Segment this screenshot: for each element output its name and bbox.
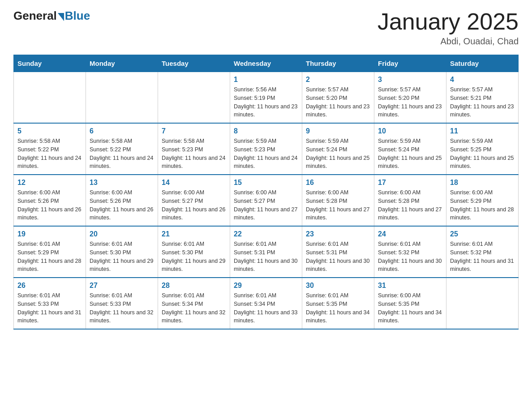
header-cell-saturday: Saturday — [446, 55, 519, 72]
day-number: 30 — [306, 282, 370, 290]
day-info: Sunrise: 6:00 AM Sunset: 5:35 PM Dayligh… — [378, 291, 442, 325]
day-cell: 27Sunrise: 6:01 AM Sunset: 5:33 PM Dayli… — [86, 278, 158, 329]
day-number: 1 — [234, 76, 298, 84]
day-info: Sunrise: 6:01 AM Sunset: 5:32 PM Dayligh… — [378, 240, 442, 274]
day-cell: 16Sunrise: 6:00 AM Sunset: 5:28 PM Dayli… — [302, 175, 374, 226]
day-number: 3 — [378, 76, 442, 84]
day-info: Sunrise: 5:57 AM Sunset: 5:20 PM Dayligh… — [378, 86, 442, 119]
week-row-1: 1Sunrise: 5:56 AM Sunset: 5:19 PM Daylig… — [14, 72, 519, 124]
day-number: 20 — [90, 230, 154, 238]
day-info: Sunrise: 5:59 AM Sunset: 5:24 PM Dayligh… — [306, 137, 370, 171]
day-cell: 29Sunrise: 6:01 AM Sunset: 5:34 PM Dayli… — [230, 278, 302, 329]
calendar-title: January 2025 — [378, 9, 519, 34]
page-header: General Blue January 2025 Abdi, Ouadai, … — [13, 9, 519, 47]
day-cell: 14Sunrise: 6:00 AM Sunset: 5:27 PM Dayli… — [158, 175, 230, 226]
week-row-4: 19Sunrise: 6:01 AM Sunset: 5:29 PM Dayli… — [14, 226, 519, 278]
day-cell: 6Sunrise: 5:58 AM Sunset: 5:22 PM Daylig… — [86, 123, 158, 175]
day-number: 9 — [306, 127, 370, 135]
day-number: 14 — [162, 179, 226, 187]
header-cell-tuesday: Tuesday — [158, 55, 230, 72]
day-info: Sunrise: 6:01 AM Sunset: 5:30 PM Dayligh… — [90, 240, 154, 274]
day-cell — [446, 278, 519, 329]
day-number: 2 — [306, 76, 370, 84]
header-cell-wednesday: Wednesday — [230, 55, 302, 72]
header-cell-sunday: Sunday — [14, 55, 86, 72]
day-number: 18 — [450, 179, 515, 187]
header-cell-friday: Friday — [374, 55, 446, 72]
day-number: 12 — [17, 179, 82, 187]
day-number: 17 — [378, 179, 442, 187]
day-info: Sunrise: 6:00 AM Sunset: 5:26 PM Dayligh… — [90, 188, 154, 222]
day-info: Sunrise: 5:59 AM Sunset: 5:25 PM Dayligh… — [450, 137, 515, 171]
day-info: Sunrise: 6:01 AM Sunset: 5:30 PM Dayligh… — [162, 240, 226, 274]
day-info: Sunrise: 6:01 AM Sunset: 5:35 PM Dayligh… — [306, 291, 370, 325]
day-number: 26 — [17, 282, 82, 290]
day-cell: 19Sunrise: 6:01 AM Sunset: 5:29 PM Dayli… — [14, 226, 86, 278]
day-cell: 30Sunrise: 6:01 AM Sunset: 5:35 PM Dayli… — [302, 278, 374, 329]
logo: General Blue — [13, 9, 90, 23]
day-number: 6 — [90, 127, 154, 135]
day-cell: 8Sunrise: 5:59 AM Sunset: 5:23 PM Daylig… — [230, 123, 302, 175]
week-row-3: 12Sunrise: 6:00 AM Sunset: 5:26 PM Dayli… — [14, 175, 519, 226]
day-info: Sunrise: 5:56 AM Sunset: 5:19 PM Dayligh… — [234, 86, 298, 119]
day-cell: 2Sunrise: 5:57 AM Sunset: 5:20 PM Daylig… — [302, 72, 374, 124]
day-info: Sunrise: 5:59 AM Sunset: 5:23 PM Dayligh… — [234, 137, 298, 171]
week-row-5: 26Sunrise: 6:01 AM Sunset: 5:33 PM Dayli… — [14, 278, 519, 329]
day-cell — [14, 72, 86, 124]
header-row: SundayMondayTuesdayWednesdayThursdayFrid… — [14, 55, 519, 72]
day-cell: 26Sunrise: 6:01 AM Sunset: 5:33 PM Dayli… — [14, 278, 86, 329]
day-number: 16 — [306, 179, 370, 187]
logo-general-text: General — [13, 9, 57, 23]
day-cell: 22Sunrise: 6:01 AM Sunset: 5:31 PM Dayli… — [230, 226, 302, 278]
day-cell: 12Sunrise: 6:00 AM Sunset: 5:26 PM Dayli… — [14, 175, 86, 226]
day-number: 22 — [234, 230, 298, 238]
day-number: 15 — [234, 179, 298, 187]
day-info: Sunrise: 6:01 AM Sunset: 5:34 PM Dayligh… — [162, 291, 226, 325]
day-cell: 5Sunrise: 5:58 AM Sunset: 5:22 PM Daylig… — [14, 123, 86, 175]
day-number: 10 — [378, 127, 442, 135]
day-info: Sunrise: 6:01 AM Sunset: 5:31 PM Dayligh… — [234, 240, 298, 274]
day-number: 13 — [90, 179, 154, 187]
day-cell — [86, 72, 158, 124]
day-cell: 13Sunrise: 6:00 AM Sunset: 5:26 PM Dayli… — [86, 175, 158, 226]
day-number: 8 — [234, 127, 298, 135]
day-cell: 25Sunrise: 6:01 AM Sunset: 5:32 PM Dayli… — [446, 226, 519, 278]
day-info: Sunrise: 5:59 AM Sunset: 5:24 PM Dayligh… — [378, 137, 442, 171]
day-number: 27 — [90, 282, 154, 290]
day-number: 21 — [162, 230, 226, 238]
day-number: 29 — [234, 282, 298, 290]
header-cell-thursday: Thursday — [302, 55, 374, 72]
day-cell: 17Sunrise: 6:00 AM Sunset: 5:28 PM Dayli… — [374, 175, 446, 226]
day-info: Sunrise: 5:57 AM Sunset: 5:21 PM Dayligh… — [450, 86, 515, 119]
day-cell: 7Sunrise: 5:58 AM Sunset: 5:23 PM Daylig… — [158, 123, 230, 175]
day-number: 24 — [378, 230, 442, 238]
day-info: Sunrise: 6:00 AM Sunset: 5:27 PM Dayligh… — [234, 188, 298, 222]
logo-blue-text: Blue — [65, 9, 90, 23]
day-cell: 28Sunrise: 6:01 AM Sunset: 5:34 PM Dayli… — [158, 278, 230, 329]
day-info: Sunrise: 6:01 AM Sunset: 5:33 PM Dayligh… — [90, 291, 154, 325]
logo-blue-part: Blue — [57, 9, 90, 23]
day-info: Sunrise: 6:01 AM Sunset: 5:32 PM Dayligh… — [450, 240, 515, 274]
calendar-subtitle: Abdi, Ouadai, Chad — [378, 36, 519, 47]
logo-arrow-icon — [58, 13, 64, 21]
day-cell — [158, 72, 230, 124]
day-cell: 21Sunrise: 6:01 AM Sunset: 5:30 PM Dayli… — [158, 226, 230, 278]
day-cell: 10Sunrise: 5:59 AM Sunset: 5:24 PM Dayli… — [374, 123, 446, 175]
day-number: 7 — [162, 127, 226, 135]
week-row-2: 5Sunrise: 5:58 AM Sunset: 5:22 PM Daylig… — [14, 123, 519, 175]
day-cell: 11Sunrise: 5:59 AM Sunset: 5:25 PM Dayli… — [446, 123, 519, 175]
day-number: 19 — [17, 230, 82, 238]
day-cell: 23Sunrise: 6:01 AM Sunset: 5:31 PM Dayli… — [302, 226, 374, 278]
day-cell: 24Sunrise: 6:01 AM Sunset: 5:32 PM Dayli… — [374, 226, 446, 278]
calendar-header: SundayMondayTuesdayWednesdayThursdayFrid… — [14, 55, 519, 72]
day-info: Sunrise: 6:01 AM Sunset: 5:34 PM Dayligh… — [234, 291, 298, 325]
day-cell: 9Sunrise: 5:59 AM Sunset: 5:24 PM Daylig… — [302, 123, 374, 175]
day-info: Sunrise: 6:01 AM Sunset: 5:33 PM Dayligh… — [17, 291, 82, 325]
day-info: Sunrise: 5:58 AM Sunset: 5:23 PM Dayligh… — [162, 137, 226, 171]
day-number: 23 — [306, 230, 370, 238]
day-info: Sunrise: 5:58 AM Sunset: 5:22 PM Dayligh… — [17, 137, 82, 171]
day-number: 28 — [162, 282, 226, 290]
title-block: January 2025 Abdi, Ouadai, Chad — [378, 9, 519, 47]
day-info: Sunrise: 6:00 AM Sunset: 5:29 PM Dayligh… — [450, 188, 515, 222]
day-cell: 1Sunrise: 5:56 AM Sunset: 5:19 PM Daylig… — [230, 72, 302, 124]
